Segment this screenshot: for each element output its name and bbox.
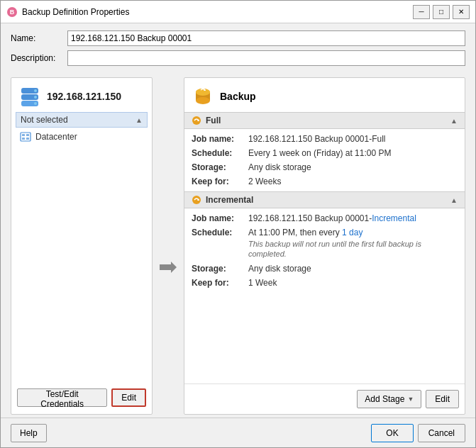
right-panel: Backup Full	[184, 77, 465, 415]
cancel-button[interactable]: Cancel	[418, 424, 465, 442]
title-bar: B Backup Definition Properties ─ □ ✕	[1, 1, 475, 23]
svg-rect-9	[22, 134, 25, 136]
tree-area: Not selected ▲ Datacenter	[11, 112, 152, 383]
ok-button[interactable]: OK	[371, 424, 413, 442]
datacenter-label: Datacenter	[35, 132, 77, 142]
svg-rect-11	[22, 138, 25, 140]
form-area: Name: Description:	[1, 23, 475, 74]
inc-jobname-label: Job name:	[192, 213, 248, 223]
left-panel-header: 192.168.121.150	[11, 78, 152, 112]
full-keepfor-value: 2 Weeks	[248, 177, 458, 186]
incremental-stage: Incremental ▲ Job name: 192.168.121.150 …	[184, 191, 465, 293]
window-title: Backup Definition Properties	[22, 7, 413, 17]
not-selected-label: Not selected	[21, 115, 68, 125]
inc-jobname-highlight: Incremental	[372, 213, 416, 223]
svg-point-6	[34, 96, 37, 99]
full-stage-collapse-icon: ▲	[450, 117, 458, 125]
svg-text:B: B	[10, 9, 15, 16]
inc-keepfor-label: Keep for:	[192, 278, 248, 288]
maximize-button[interactable]: □	[433, 5, 450, 19]
incremental-stage-body: Job name: 192.168.121.150 Backup 00001-I…	[184, 208, 465, 293]
svg-rect-10	[26, 134, 29, 136]
bottom-bar: Help OK Cancel	[1, 418, 475, 447]
right-panel-header: Backup	[184, 78, 465, 112]
name-label: Name:	[11, 33, 67, 43]
add-stage-dropdown-arrow: ▼	[407, 396, 414, 403]
inc-keepfor-row: Keep for: 1 Week	[192, 276, 458, 290]
right-edit-button[interactable]: Edit	[426, 390, 459, 408]
inc-keepfor-value: 1 Week	[248, 278, 458, 288]
minimize-button[interactable]: ─	[413, 5, 430, 19]
right-panel-content: Full ▲ Job name: 192.168.121.150 Backup …	[184, 112, 465, 383]
server-name: 192.168.121.150	[47, 91, 121, 102]
incremental-stage-header-left: Incremental	[192, 195, 253, 205]
window-controls: ─ □ ✕	[413, 5, 470, 19]
arrow-connector	[158, 77, 178, 415]
inc-schedule-row: Schedule: At 11:00 PM, then every 1 day …	[192, 225, 458, 262]
full-schedule-value: Every 1 week on (Friday) at 11:00 PM	[248, 148, 458, 158]
svg-marker-13	[160, 262, 177, 273]
full-storage-label: Storage:	[192, 162, 248, 172]
right-panel-title: Backup	[220, 91, 256, 102]
left-panel: 192.168.121.150 Not selected ▲	[11, 77, 153, 415]
add-stage-button[interactable]: Add Stage ▼	[357, 390, 421, 408]
description-row: Description:	[11, 50, 465, 66]
full-schedule-row: Schedule: Every 1 week on (Friday) at 11…	[192, 146, 458, 160]
full-stage: Full ▲ Job name: 192.168.121.150 Backup …	[184, 112, 465, 191]
test-credentials-button[interactable]: Test/Edit Credentials	[17, 388, 107, 407]
inc-storage-label: Storage:	[192, 264, 248, 274]
full-storage-value: Any disk storage	[248, 162, 458, 172]
svg-rect-8	[21, 133, 31, 141]
full-stage-label: Full	[206, 116, 221, 125]
full-stage-header[interactable]: Full ▲	[184, 112, 465, 129]
full-schedule-label: Schedule:	[192, 148, 248, 158]
bottom-right: OK Cancel	[371, 424, 465, 442]
full-keepfor-label: Keep for:	[192, 177, 248, 186]
inc-jobname-value: 192.168.121.150 Backup 00001-Incremental	[248, 213, 458, 223]
description-input[interactable]	[67, 50, 465, 66]
svg-rect-12	[26, 138, 29, 140]
datacenter-item[interactable]: Datacenter	[16, 129, 148, 145]
help-button[interactable]: Help	[11, 424, 47, 442]
svg-point-21	[192, 196, 201, 204]
svg-point-16	[196, 97, 210, 104]
description-label: Description:	[11, 53, 67, 63]
full-stage-body: Job name: 192.168.121.150 Backup 00001-F…	[184, 129, 465, 191]
right-panel-footer: Add Stage ▼ Edit	[184, 383, 465, 414]
full-jobname-value: 192.168.121.150 Backup 00001-Full	[248, 134, 458, 144]
inc-schedule-highlight: 1 day	[342, 228, 362, 237]
full-jobname-row: Job name: 192.168.121.150 Backup 00001-F…	[192, 132, 458, 146]
inc-schedule-value-container: At 11:00 PM, then every 1 day This backu…	[248, 228, 458, 259]
full-stage-header-left: Full	[192, 116, 221, 125]
incremental-stage-header[interactable]: Incremental ▲	[184, 191, 465, 208]
window-icon: B	[6, 6, 18, 18]
inc-jobname-row: Job name: 192.168.121.150 Backup 00001-I…	[192, 211, 458, 225]
full-storage-row: Storage: Any disk storage	[192, 160, 458, 174]
name-input[interactable]	[67, 30, 465, 46]
main-window: B Backup Definition Properties ─ □ ✕ Nam…	[0, 0, 476, 448]
inc-schedule-value: At 11:00 PM, then every 1 day	[248, 228, 362, 237]
svg-point-19	[192, 116, 201, 125]
left-edit-button[interactable]: Edit	[111, 388, 146, 407]
name-row: Name:	[11, 30, 465, 46]
collapse-icon: ▲	[135, 116, 143, 124]
inc-schedule-note: This backup will not run until the first…	[248, 239, 458, 259]
inc-schedule-label: Schedule:	[192, 228, 248, 259]
incremental-stage-label: Incremental	[206, 195, 253, 205]
full-keepfor-row: Keep for: 2 Weeks	[192, 174, 458, 189]
left-panel-footer: Test/Edit Credentials Edit	[11, 383, 152, 407]
add-stage-label: Add Stage	[365, 394, 404, 404]
full-jobname-label: Job name:	[192, 134, 248, 144]
incremental-stage-collapse-icon: ▲	[450, 196, 458, 204]
not-selected-item[interactable]: Not selected ▲	[16, 112, 148, 128]
svg-point-17	[196, 89, 210, 96]
inc-storage-value: Any disk storage	[248, 264, 458, 274]
inc-storage-row: Storage: Any disk storage	[192, 262, 458, 276]
svg-point-5	[34, 89, 37, 92]
close-button[interactable]: ✕	[453, 5, 470, 19]
svg-point-7	[34, 102, 37, 105]
main-panels: 192.168.121.150 Not selected ▲	[1, 74, 475, 418]
bottom-left: Help	[11, 424, 371, 442]
